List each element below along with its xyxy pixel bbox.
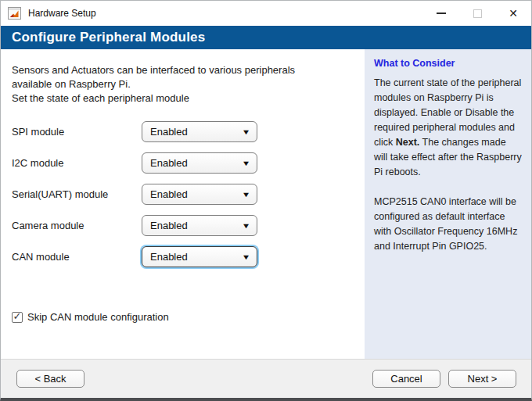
- minimize-button[interactable]: [423, 1, 459, 26]
- sidebar-bold-next: Next.: [396, 137, 420, 148]
- sidebar-heading: What to Consider: [374, 58, 522, 69]
- chevron-down-icon: ▼: [242, 159, 251, 167]
- dropdown-value: Enabled: [150, 220, 243, 231]
- spi-module-dropdown[interactable]: Enabled ▼: [142, 121, 257, 142]
- sidebar-paragraph-1: The current state of the peripheral modu…: [374, 76, 522, 180]
- camera-module-label: Camera module: [12, 220, 142, 231]
- module-row-serial-uart: Serial(UART) module Enabled ▼: [12, 184, 365, 205]
- skip-can-checkbox-row: ✓ Skip CAN module configuration: [12, 311, 365, 323]
- chevron-down-icon: ▼: [242, 128, 251, 136]
- maximize-icon: [473, 9, 482, 18]
- module-row-spi: SPI module Enabled ▼: [12, 121, 365, 142]
- maximize-button[interactable]: [459, 1, 495, 26]
- serial-uart-module-label: Serial(UART) module: [12, 188, 142, 200]
- i2c-module-dropdown[interactable]: Enabled ▼: [142, 152, 257, 174]
- intro-line: Sensors and Actuators can be interfaced …: [12, 63, 365, 77]
- next-button[interactable]: Next >: [448, 370, 516, 388]
- page-title: Configure Peripheral Modules: [12, 30, 205, 45]
- can-module-label: CAN module: [12, 251, 142, 263]
- skip-can-checkbox[interactable]: ✓: [12, 312, 23, 323]
- intro-line: available on Raspberry Pi.: [12, 77, 365, 91]
- footer-bar: < Back Cancel Next >: [1, 359, 531, 398]
- hardware-setup-window: Hardware Setup ✕ Configure Peripheral Mo…: [0, 0, 532, 401]
- camera-module-dropdown[interactable]: Enabled ▼: [142, 215, 257, 236]
- intro-text: Sensors and Actuators can be interfaced …: [12, 63, 365, 106]
- module-row-camera: Camera module Enabled ▼: [12, 215, 365, 236]
- i2c-module-label: I2C module: [12, 157, 142, 169]
- close-button[interactable]: ✕: [495, 1, 531, 26]
- matlab-logo-icon: [8, 7, 21, 20]
- cancel-button[interactable]: Cancel: [372, 370, 440, 388]
- module-row-can: CAN module Enabled ▼: [12, 246, 365, 267]
- help-sidebar: What to Consider The current state of th…: [365, 49, 531, 359]
- spi-module-label: SPI module: [12, 126, 142, 138]
- dropdown-value: Enabled: [150, 251, 243, 263]
- window-title: Hardware Setup: [28, 8, 96, 19]
- close-icon: ✕: [509, 8, 518, 19]
- window-controls: ✕: [423, 1, 531, 26]
- title-bar: Hardware Setup ✕: [1, 1, 531, 26]
- dropdown-value: Enabled: [150, 188, 243, 200]
- main-panel: Sensors and Actuators can be interfaced …: [1, 49, 365, 359]
- chevron-down-icon: ▼: [242, 253, 251, 261]
- page-header: Configure Peripheral Modules: [1, 26, 531, 49]
- checkmark-icon: ✓: [13, 311, 22, 321]
- module-row-i2c: I2C module Enabled ▼: [12, 152, 365, 174]
- dropdown-value: Enabled: [150, 126, 243, 138]
- serial-uart-module-dropdown[interactable]: Enabled ▼: [142, 184, 257, 205]
- dropdown-value: Enabled: [150, 157, 243, 169]
- skip-can-checkbox-label: Skip CAN module configuration: [27, 311, 169, 323]
- body: Sensors and Actuators can be interfaced …: [1, 49, 531, 359]
- module-rows: SPI module Enabled ▼ I2C module Enabled …: [12, 121, 365, 267]
- can-module-dropdown[interactable]: Enabled ▼: [142, 246, 257, 267]
- sidebar-paragraph-2: MCP2515 CAN0 interface will be configure…: [374, 195, 522, 254]
- intro-line: Set the state of each peripheral module: [12, 91, 365, 106]
- minimize-icon: [437, 13, 446, 14]
- chevron-down-icon: ▼: [242, 222, 251, 230]
- back-button[interactable]: < Back: [16, 370, 84, 388]
- chevron-down-icon: ▼: [242, 191, 251, 199]
